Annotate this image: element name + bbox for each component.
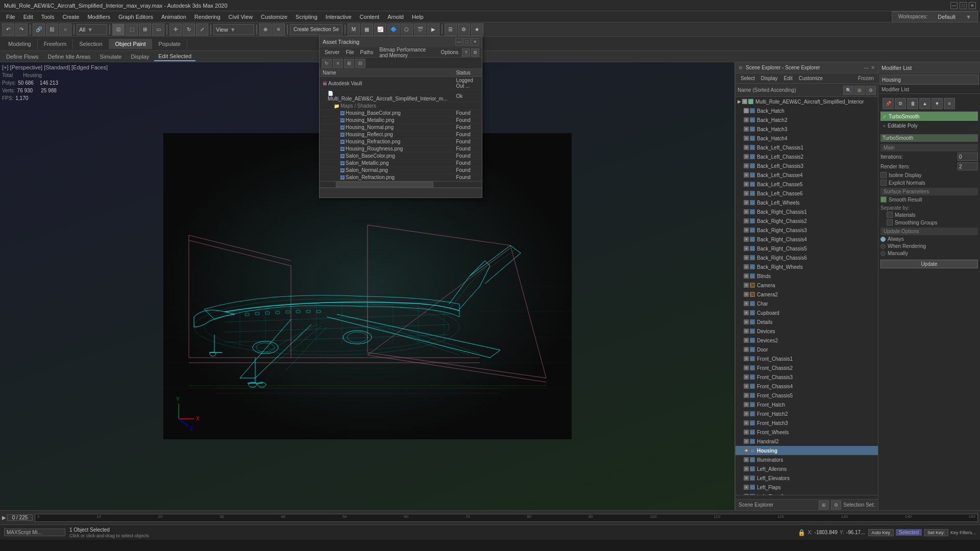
scene-item[interactable]: 👁□ Back_Right_Wheels bbox=[736, 262, 878, 271]
at-hscrollbar[interactable] bbox=[320, 181, 482, 187]
bind-button[interactable]: ○ bbox=[59, 23, 71, 36]
at-row[interactable]: 🖼Salon_Metallic.png Found bbox=[320, 160, 482, 167]
sub-define-idle-areas[interactable]: Define Idle Areas bbox=[44, 53, 95, 61]
at-row[interactable]: 🖼Housing_BaseColor.png Found bbox=[320, 110, 482, 117]
scene-item[interactable]: 👁□ Front_Hatch3 bbox=[736, 418, 878, 428]
tab-object-paint[interactable]: Object Paint bbox=[109, 39, 153, 49]
lock-icon[interactable]: 🔒 bbox=[798, 529, 805, 536]
at-menu-server[interactable]: Server bbox=[322, 48, 342, 56]
scene-item[interactable]: 👁□ Char bbox=[736, 299, 878, 308]
scene-item[interactable]: 👁□ Front_Hatch bbox=[736, 400, 878, 409]
se-close[interactable]: ✕ bbox=[871, 65, 875, 70]
workspace-dropdown[interactable]: Workspaces: Default ▼ bbox=[892, 11, 978, 22]
align-button[interactable]: ≡ bbox=[273, 23, 285, 36]
select-window-button[interactable]: ▭ bbox=[152, 23, 164, 36]
tab-freeform[interactable]: Freeform bbox=[38, 39, 74, 49]
se-menu-customize[interactable]: Customize bbox=[796, 74, 826, 82]
at-expand-btn[interactable]: ⊞ bbox=[344, 59, 354, 68]
setkey-button[interactable]: Set Key: bbox=[924, 529, 948, 536]
se-menu-display[interactable]: Display bbox=[758, 74, 781, 82]
scene-item[interactable]: 👁🎥 Camera2 bbox=[736, 290, 878, 299]
scene-item[interactable]: 👁□ Back_Right_Chassis6 bbox=[736, 253, 878, 262]
extra-button2[interactable]: ⚙ bbox=[458, 23, 470, 36]
at-searchbar[interactable] bbox=[320, 187, 482, 197]
scene-item[interactable]: 👁□ Back_Left_Wheels bbox=[736, 198, 878, 207]
smoothing-groups-checkbox[interactable] bbox=[887, 219, 893, 226]
scene-item[interactable]: 👁□ Illuminators bbox=[736, 455, 878, 464]
move-up-button[interactable]: ▲ bbox=[919, 98, 930, 109]
scene-item[interactable]: 👁□ Back_Right_Chassis1 bbox=[736, 207, 878, 216]
create-selection-set-button[interactable]: Create Selection Se bbox=[290, 24, 342, 35]
scene-item[interactable]: 👁□ Devices2 bbox=[736, 336, 878, 345]
at-menu-bitmap[interactable]: Bitmap Performance and Memory bbox=[376, 46, 437, 59]
at-view-btn[interactable]: ≡ bbox=[333, 59, 343, 68]
sub-simulate[interactable]: Simulate bbox=[95, 53, 126, 61]
mirror-button[interactable]: M bbox=[348, 23, 360, 36]
at-row[interactable]: 🖼Housing_Normal.png Found bbox=[320, 124, 482, 131]
at-row[interactable]: 🏛Autodesk Vault Logged Out ... bbox=[320, 77, 482, 90]
scene-item[interactable]: 👁□ Back_Right_Chassis2 bbox=[736, 216, 878, 226]
at-minimize[interactable]: — bbox=[455, 38, 462, 45]
menu-customize[interactable]: Customize bbox=[257, 13, 291, 21]
se-menu-edit[interactable]: Edit bbox=[781, 74, 796, 82]
at-menu-file[interactable]: File bbox=[342, 48, 357, 56]
view-dropdown[interactable]: View▼ bbox=[213, 24, 254, 35]
menu-graph-editors[interactable]: Graph Editors bbox=[114, 13, 157, 21]
scene-item[interactable]: 👁□ Left_Elevators bbox=[736, 473, 878, 483]
play-button[interactable]: ▶ bbox=[2, 515, 6, 520]
scene-item[interactable]: 👁□ Back_Left_Chasse6 bbox=[736, 189, 878, 198]
close-button[interactable]: ✕ bbox=[969, 2, 976, 9]
ts-main-header[interactable]: Main bbox=[880, 144, 978, 152]
more-button[interactable]: ≡ bbox=[944, 98, 955, 109]
ts-update-header[interactable]: Update Options bbox=[880, 228, 978, 235]
minimize-button[interactable]: — bbox=[950, 2, 958, 9]
isoline-checkbox[interactable] bbox=[880, 172, 887, 178]
render-setup-button[interactable]: 🎬 bbox=[414, 23, 426, 36]
schematic-button[interactable]: 🔷 bbox=[387, 23, 400, 36]
at-table-container[interactable]: Name Status 🏛Autodesk Vault Logged Out .… bbox=[320, 69, 482, 181]
se-icon-btn2[interactable]: ⚙ bbox=[831, 500, 841, 510]
curve-editor-button[interactable]: 📈 bbox=[374, 23, 386, 36]
redo-button[interactable]: ↷ bbox=[15, 23, 28, 36]
iterations-input[interactable] bbox=[958, 153, 978, 161]
scene-item[interactable]: 👁□ Back_Left_Chassis2 bbox=[736, 152, 878, 161]
undo-button[interactable]: ↶ bbox=[2, 23, 14, 36]
menu-file[interactable]: File bbox=[2, 13, 19, 21]
menu-interactive[interactable]: Interactive bbox=[322, 13, 356, 21]
scene-item[interactable]: 👁□ Back_Left_Chassis3 bbox=[736, 161, 878, 170]
tab-modeling[interactable]: Modeling bbox=[2, 39, 38, 49]
menu-tools[interactable]: Tools bbox=[37, 13, 59, 21]
menu-civil-view[interactable]: Civil View bbox=[225, 13, 257, 21]
at-row[interactable]: 🖼Housing_Roughness.png Found bbox=[320, 145, 482, 153]
menu-create[interactable]: Create bbox=[58, 13, 83, 21]
scene-item[interactable]: 👁□ Blinds bbox=[736, 271, 878, 281]
at-row[interactable]: 📄Multi_Role_AEW&C_Aircraft_Simplified_In… bbox=[320, 90, 482, 103]
scene-item[interactable]: 👁□ Cupboard bbox=[736, 308, 878, 317]
select-by-name-button[interactable]: ⊞ bbox=[139, 23, 151, 36]
scene-item[interactable]: 👁□ Left_Flaps bbox=[736, 483, 878, 492]
scene-item[interactable]: 👁□ Details bbox=[736, 317, 878, 327]
menu-help[interactable]: Help bbox=[408, 13, 428, 21]
se-minimize[interactable]: — bbox=[864, 65, 869, 70]
sub-display[interactable]: Display bbox=[127, 53, 153, 61]
pivot-button[interactable]: ⊕ bbox=[259, 23, 272, 36]
scene-list[interactable]: ▶ 👁 ○ Multi_Role_AEW&C_Aircraft_Simplifi… bbox=[736, 97, 878, 495]
scene-item[interactable]: 👁□ Back_Right_Chassis5 bbox=[736, 244, 878, 253]
move-button[interactable]: ✛ bbox=[169, 23, 182, 36]
maxscript-mini[interactable]: MAXScript Mi... bbox=[4, 529, 65, 536]
scene-item[interactable]: 👁□ Back_Hatch4 bbox=[736, 134, 878, 143]
manually-radio[interactable] bbox=[880, 251, 886, 256]
menu-scripting[interactable]: Scripting bbox=[291, 13, 322, 21]
scene-explorer-controls[interactable]: — ✕ bbox=[864, 65, 875, 70]
array-button[interactable]: ▦ bbox=[361, 23, 373, 36]
link-button[interactable]: 🔗 bbox=[33, 23, 45, 36]
scene-item[interactable]: 👁□ Front_Chassis5 bbox=[736, 391, 878, 400]
select-region-button[interactable]: ⬚ bbox=[126, 23, 138, 36]
scene-item[interactable]: 👁□ Back_Hatch bbox=[736, 106, 878, 115]
scene-item[interactable]: 👁□ Front_Chassis3 bbox=[736, 372, 878, 382]
tab-selection[interactable]: Selection bbox=[73, 39, 109, 49]
se-expand-button[interactable]: ⊞ bbox=[854, 86, 865, 95]
pin-button[interactable]: 📌 bbox=[883, 98, 894, 109]
always-radio[interactable] bbox=[880, 237, 886, 242]
update-button[interactable]: Update bbox=[880, 260, 978, 268]
